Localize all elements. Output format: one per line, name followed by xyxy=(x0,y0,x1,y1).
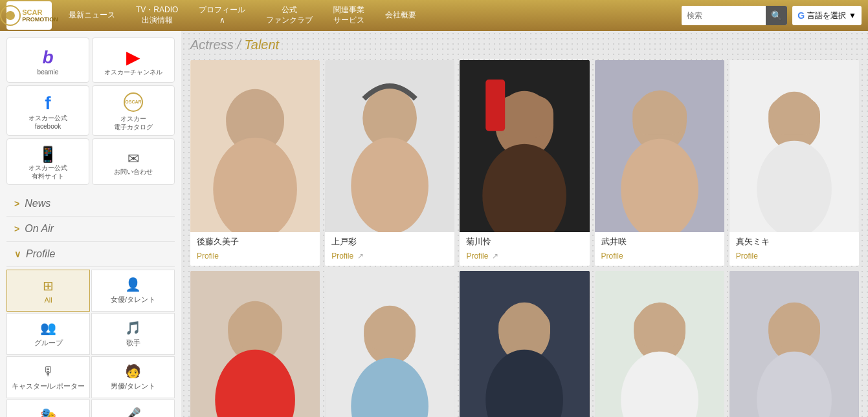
talent-info-kikukawa: 菊川怜 Profile ↗ xyxy=(460,232,589,266)
all-grid-icon: ⊞ xyxy=(43,278,54,294)
svg-point-6 xyxy=(351,138,428,233)
profile-label-maya: Profile xyxy=(736,251,758,261)
caster-icon: 🎙 xyxy=(42,364,55,379)
talent-photo-takahashi xyxy=(325,271,454,417)
talent-card-koshiba[interactable]: 小芝風花 Profile xyxy=(460,271,589,417)
sidebar-contact[interactable]: ✉ お問い合わせ xyxy=(92,138,175,185)
sidebar-nav-news[interactable]: > News xyxy=(6,191,175,217)
profile-link-goto[interactable]: Profile xyxy=(197,251,313,261)
talent-card-kikukawa[interactable]: 菊川怜 Profile ↗ xyxy=(460,60,589,266)
profile-link-takei[interactable]: Profile xyxy=(601,251,718,261)
profile-label-goto: Profile xyxy=(197,251,219,261)
talent-info-takei: 武井咲 Profile xyxy=(595,232,724,266)
talent-card-takahashi[interactable]: 高橋ひかる Profile xyxy=(325,271,454,417)
profile-sub-group[interactable]: 👥 グループ xyxy=(6,313,90,355)
profile-link-ueto[interactable]: Profile ↗ xyxy=(331,251,448,261)
sidebar-icons: b beamie ▶ オスカーチャンネル f オスカー公式 facebook O… xyxy=(6,37,175,185)
sidebar-nav-profile[interactable]: ∨ Profile xyxy=(6,242,175,267)
search-box: 🔍 xyxy=(682,6,787,25)
singer-icon: 🎵 xyxy=(125,320,141,336)
page-title-prefix: Actress xyxy=(190,37,234,52)
profile-sub-variety[interactable]: 🎭 バラエティ xyxy=(6,400,90,417)
profile-link-kikukawa[interactable]: Profile ↗ xyxy=(466,251,583,261)
nav-fanclub[interactable]: 公式 ファンクラブ xyxy=(256,5,323,25)
contact-label: お問い合わせ xyxy=(114,167,153,176)
nav-profile[interactable]: プロフィール ∧ xyxy=(188,5,256,25)
talent-card-kawakita[interactable]: 河北麻友子 Profile xyxy=(190,271,320,417)
talent-name-maya: 真矢ミキ xyxy=(736,236,852,248)
singer-label: 歌手 xyxy=(126,338,140,348)
page-title: Actress / Talent xyxy=(190,37,859,52)
nav-tv-radio[interactable]: TV・RADIO 出演情報 xyxy=(126,5,188,25)
nav-company[interactable]: 会社概要 xyxy=(375,10,427,21)
profile-sub-all[interactable]: ⊞ All xyxy=(6,270,90,312)
svg-rect-24 xyxy=(228,308,282,347)
talent-photo-goto xyxy=(190,60,320,232)
sidebar-facebook[interactable]: f オスカー公式 facebook xyxy=(6,85,89,136)
profile-link-maya[interactable]: Profile xyxy=(736,251,852,261)
talent-info-maya: 真矢ミキ Profile xyxy=(729,232,859,266)
language-button[interactable]: G 言語を選択 ▼ xyxy=(792,6,862,25)
talent-photo-placeholder-kikukawa xyxy=(460,60,589,232)
talent-name-takei: 武井咲 xyxy=(601,236,718,248)
svg-rect-32 xyxy=(499,310,551,347)
talent-photo-maya: ©yOU xyxy=(729,60,859,232)
page-title-suffix: Talent xyxy=(244,37,279,52)
all-label: All xyxy=(44,296,52,304)
on-air-label: On Air xyxy=(25,223,54,235)
nav-related[interactable]: 関連事業 サービス xyxy=(323,5,375,25)
profile-sub-singer[interactable]: 🎵 歌手 xyxy=(91,313,175,355)
profile-label-ueto: Profile xyxy=(331,251,353,261)
talent-grid: 後藤久美子 Profile xyxy=(190,60,859,417)
profile-sub-actor[interactable]: 🧑 男優/タレント xyxy=(91,356,175,398)
talent-card-takei[interactable]: 武井咲 Profile xyxy=(595,60,724,266)
external-link-icon-kikukawa: ↗ xyxy=(492,251,498,261)
mail-icon: ✉ xyxy=(128,151,139,167)
external-link-icon-ueto: ↗ xyxy=(357,251,364,261)
talent-photo-placeholder-kawakita xyxy=(190,271,320,417)
profile-sub-voice[interactable]: 🎤 声優 xyxy=(91,400,175,417)
main-layout: b beamie ▶ オスカーチャンネル f オスカー公式 facebook O… xyxy=(0,31,868,417)
talent-card-goto[interactable]: 後藤久美子 Profile xyxy=(190,60,320,266)
svg-rect-36 xyxy=(634,310,685,347)
talent-card-honda[interactable]: 本田望結 Profile xyxy=(595,271,724,417)
oscar-small-logo: OSCAR xyxy=(124,92,143,112)
sidebar: b beamie ▶ オスカーチャンネル f オスカー公式 facebook O… xyxy=(0,31,181,417)
svg-rect-15 xyxy=(632,98,687,135)
profile-label-kikukawa: Profile xyxy=(466,251,488,261)
search-button[interactable]: 🔍 xyxy=(766,6,787,25)
talent-photo-placeholder-ueto xyxy=(325,60,454,232)
profile-sub-actress[interactable]: 👤 女優/タレント xyxy=(91,270,175,312)
nav-latest-news[interactable]: 最新ニュース xyxy=(58,10,126,21)
logo[interactable]: SCAR PROMOTION xyxy=(6,1,52,30)
talent-photo-kawakita xyxy=(190,271,320,417)
sidebar-catalog[interactable]: OSCAR オスカー 電子カタログ xyxy=(92,85,175,136)
profile-label-takei: Profile xyxy=(601,251,623,261)
talent-photo-placeholder-tamaru xyxy=(729,271,859,417)
search-input[interactable] xyxy=(682,6,766,25)
news-arrow-icon: > xyxy=(14,198,19,209)
sidebar-paid-site[interactable]: 📱 オスカー公式 有料サイト xyxy=(6,138,89,185)
page-title-separator: / xyxy=(237,37,244,52)
talent-card-maya[interactable]: ©yOU 真矢ミキ Profile xyxy=(729,60,859,266)
svg-rect-28 xyxy=(364,313,416,350)
profile-sub-caster[interactable]: 🎙 キャスター/レポーター xyxy=(6,356,90,398)
variety-icon: 🎭 xyxy=(40,407,56,417)
main-nav: 最新ニュース TV・RADIO 出演情報 プロフィール ∧ 公式 ファンクラブ … xyxy=(58,5,682,25)
talent-photo-placeholder-goto xyxy=(190,60,320,232)
sidebar-beamie[interactable]: b beamie xyxy=(6,37,89,83)
on-air-arrow-icon: > xyxy=(14,224,19,234)
talent-name-goto: 後藤久美子 xyxy=(197,236,313,248)
profile-label: Profile xyxy=(26,248,55,260)
talent-card-ueto[interactable]: 上戸彩 Profile ↗ xyxy=(325,60,454,266)
group-label: グループ xyxy=(34,338,63,348)
beamie-icon: b xyxy=(42,47,53,68)
svg-rect-40 xyxy=(768,310,820,347)
talent-card-tamaru[interactable]: 田丸麻紀 Profile xyxy=(729,271,859,417)
talent-info-goto: 後藤久美子 Profile xyxy=(190,232,320,266)
sidebar-nav-on-air[interactable]: > On Air xyxy=(6,217,175,242)
talent-photo-honda xyxy=(595,271,724,417)
sidebar-youtube[interactable]: ▶ オスカーチャンネル xyxy=(92,37,175,83)
content-area: Actress / Talent xyxy=(181,31,868,417)
catalog-label: オスカー 電子カタログ xyxy=(114,114,153,131)
